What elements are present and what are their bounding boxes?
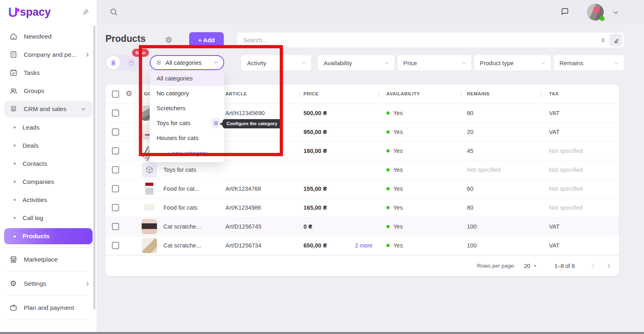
activity-filter[interactable]: Activity — [242, 55, 311, 70]
sidebar-item-newsfeed[interactable]: Newsfeed — [0, 27, 97, 45]
logo[interactable]: U spacy — [0, 0, 97, 24]
sidebar-item-activities[interactable]: Activities — [0, 191, 97, 209]
sidebar-item-label: Companies — [23, 178, 54, 186]
row-checkbox[interactable] — [112, 128, 119, 136]
select-all-checkbox[interactable] — [112, 91, 119, 98]
dropdown-item-houses-for-cats[interactable]: Houses for cats — [150, 130, 224, 145]
sidebar-item-products[interactable]: Products — [4, 228, 93, 244]
green-dot-icon — [386, 149, 390, 153]
sidebar-item-settings[interactable]: ⚙ Settings — [0, 274, 97, 293]
price-filter-label: Price — [403, 60, 417, 66]
eraser-icon[interactable] — [609, 34, 622, 46]
remains-filter[interactable]: Remains — [554, 55, 624, 70]
rows-per-page-select[interactable]: 20 — [524, 263, 538, 269]
sidebar-item-tasks[interactable]: Tasks — [0, 64, 97, 82]
price-filter[interactable]: Price — [398, 55, 471, 70]
product-name: Cat scratche... — [163, 242, 201, 249]
table-row[interactable]: Food for cat... Art/K1234768 155,00 ₴ Ye… — [105, 179, 619, 198]
sidebar-item-label: Products — [23, 233, 50, 240]
availability-cell: Yes — [386, 242, 403, 249]
dropdown-item-scretchers[interactable]: Scretchers — [150, 101, 224, 115]
product-price: 0 ₴ — [303, 223, 312, 230]
page-title: Products — [105, 33, 146, 44]
sidebar-item-company[interactable]: Company and pe... — [0, 45, 97, 64]
calendar-view-button[interactable] — [120, 60, 142, 66]
list-view-button[interactable] — [106, 56, 120, 70]
chevron-down-icon — [384, 60, 390, 66]
table-row[interactable]: Food for cats Art/K1234986 165,00 ₴ Yes … — [105, 198, 619, 217]
sidebar-scrollbar[interactable] — [93, 26, 95, 310]
sidebar-item-call-log[interactable]: Call log — [0, 209, 97, 227]
category-filter[interactable]: All categories — [150, 55, 224, 70]
gear-icon[interactable]: ⚙ — [165, 35, 172, 45]
dropdown-item-all-categories[interactable]: All categories — [150, 71, 224, 86]
dropdown-item-no-category[interactable]: No category — [150, 86, 224, 101]
product-price: 180,00 ₴ — [303, 148, 327, 154]
col-availability: AVAILABILITY — [386, 91, 420, 96]
remains-cell: 45 — [467, 148, 473, 154]
availability-filter[interactable]: Availability — [318, 55, 394, 70]
bullet-icon — [14, 217, 16, 219]
product-article: Art/K1234986 — [225, 204, 261, 211]
row-checkbox[interactable] — [112, 204, 119, 211]
new-category-button[interactable]: + new category — [150, 145, 224, 161]
table-row[interactable]: Toys for cats Yes Not specified Not spec… — [105, 161, 619, 179]
product-price: 155,00 ₴ — [303, 186, 327, 192]
sidebar-item-plan-payment[interactable]: Plan and payment — [0, 299, 97, 317]
tax-cell: Not specified — [549, 167, 583, 173]
row-checkbox[interactable] — [112, 223, 119, 230]
rows-per-page-value: 20 — [524, 263, 530, 269]
sidebar-item-companies[interactable]: Companies — [0, 173, 97, 191]
search-icon[interactable] — [109, 7, 118, 16]
chat-icon[interactable] — [560, 7, 570, 16]
sidebar-item-crm[interactable]: CRM and sales — [4, 101, 93, 118]
gear-icon[interactable]: ⚙ — [126, 89, 132, 98]
row-checkbox[interactable] — [112, 166, 119, 173]
col-tax: TAX — [549, 91, 559, 96]
sidebar-item-leads[interactable]: Leads — [0, 118, 97, 136]
search-input[interactable] — [237, 37, 601, 43]
product-thumbnail — [142, 219, 157, 234]
availability-cell: Yes — [386, 186, 403, 192]
product-price: 500,00 ₴ — [303, 110, 327, 116]
dropdown-item-toys-for-cats[interactable]: Toys for cats ⚙ — [150, 115, 224, 130]
next-page-button[interactable] — [606, 263, 612, 269]
chevron-down-icon — [461, 60, 466, 66]
product-type-filter[interactable]: Product type — [474, 55, 551, 70]
sidebar-item-contacts[interactable]: Contacts — [0, 155, 97, 173]
table-row[interactable]: Cat scratche... Art/D1256745 0 ₴ Yes 100… — [105, 217, 619, 236]
remains-cell: 100 — [467, 242, 477, 249]
product-thumbnail — [142, 238, 157, 253]
add-button[interactable]: + Add — [189, 32, 224, 47]
more-prices-link[interactable]: 2 more — [355, 242, 373, 249]
sidebar-item-marketplace[interactable]: Marketplace — [0, 250, 97, 268]
product-type-filter-label: Product type — [480, 60, 514, 66]
sidebar-item-groups[interactable]: Groups — [0, 82, 97, 100]
logo-u-glyph: U — [8, 5, 17, 19]
crm-database-icon — [9, 105, 18, 113]
remains-filter-label: Remains — [559, 60, 583, 66]
bullet-icon — [14, 199, 16, 201]
row-checkbox[interactable] — [112, 242, 119, 249]
sidebar-item-label: Newsfeed — [24, 33, 52, 40]
row-checkbox[interactable] — [112, 185, 119, 192]
prev-page-button[interactable] — [590, 263, 596, 269]
search-bar: 8 — [237, 33, 624, 47]
chevron-down-icon[interactable] — [613, 9, 619, 16]
row-checkbox[interactable] — [112, 147, 119, 155]
availability-value: Yes — [393, 223, 403, 230]
people-icon — [9, 87, 18, 95]
col-remains: REMAINS — [467, 91, 490, 96]
row-checkbox[interactable] — [112, 109, 119, 117]
table-row[interactable]: Cat scratche... Art/D1256734 650,00 ₴ 2 … — [105, 236, 619, 255]
pin-sidebar-icon[interactable] — [82, 8, 89, 16]
green-dot-icon — [386, 111, 390, 115]
sidebar-item-deals[interactable]: Deals — [0, 136, 97, 155]
wallet-icon — [9, 303, 18, 312]
remains-cell: 100 — [467, 223, 477, 230]
green-dot-icon — [386, 130, 390, 134]
sidebar-item-label: Groups — [24, 87, 44, 95]
green-dot-icon — [386, 206, 390, 209]
chevron-down-icon — [541, 60, 546, 66]
availability-value: Yes — [393, 110, 403, 116]
